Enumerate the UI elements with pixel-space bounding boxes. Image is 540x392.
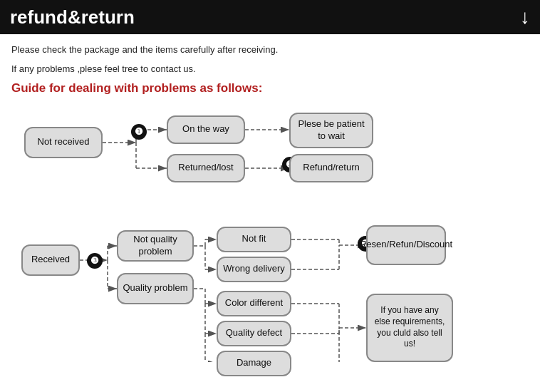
badge-3: ❸ — [87, 253, 103, 269]
not-received-box: Not received — [24, 127, 103, 158]
badge-1: ❶ — [131, 124, 147, 140]
resen-refund-box: Resen/Refun/Discount — [366, 225, 446, 265]
header-arrow: ↓ — [520, 6, 530, 29]
refund-return-box: Refund/return — [289, 154, 373, 182]
quality-defect-box: Quality defect — [217, 321, 291, 346]
diagram: Not received ❶ On the way Returned/lost … — [11, 105, 529, 362]
quality-problem-box: Quality problem — [117, 273, 194, 304]
intro-line1: Please check the package and the items c… — [11, 43, 529, 58]
intro-line2: If any problems ,plese feel tree to cont… — [11, 62, 529, 77]
header-title: refund&return — [10, 6, 135, 29]
wrong-delivery-box: Wrong delivery — [217, 257, 291, 282]
if-you-have-box: If you have any else requirements, you c… — [366, 294, 453, 362]
damage-box: Damage — [217, 351, 291, 376]
on-the-way-box: On the way — [167, 115, 245, 144]
not-fit-box: Not fit — [217, 227, 291, 252]
received-box: Received — [21, 244, 80, 276]
color-different-box: Color different — [217, 291, 291, 316]
plese-patient-box: Plese be patient to wait — [289, 113, 373, 148]
returned-lost-box: Returned/lost — [167, 154, 245, 182]
page-header: refund&return ↓ — [0, 0, 540, 34]
guide-title: Guide for dealing with problems as follo… — [11, 81, 529, 96]
not-quality-box: Not quality problem — [117, 230, 194, 262]
page-body: Please check the package and the items c… — [0, 34, 540, 368]
